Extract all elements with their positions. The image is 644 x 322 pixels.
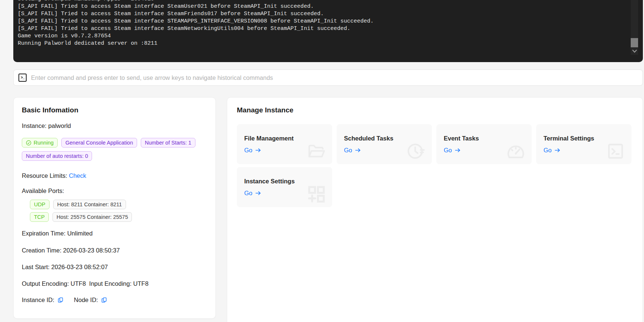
terminal-line: [S_API FAIL] Tried to access Steam inter…	[18, 25, 374, 33]
go-label: Go	[244, 147, 252, 154]
tile-file-management: File Management Go	[237, 124, 332, 164]
go-label: Go	[444, 147, 452, 154]
expiration-time-row: Expiration Time: Unlimited	[22, 229, 207, 237]
manage-instance-title: Manage Instance	[237, 106, 633, 114]
instance-settings-go-link[interactable]: Go	[244, 190, 261, 197]
terminal-line: Setting breakpad minidump AppID = 239401…	[18, 0, 374, 3]
resource-limits-row: Resource Limits: Check	[22, 172, 207, 180]
input-encoding-label: Input Encoding: UTF8	[89, 279, 149, 288]
command-input[interactable]	[30, 74, 638, 82]
terminal-line: Game version is v0.7.2.87654	[18, 33, 374, 40]
instance-id-label: Instance ID:	[22, 296, 54, 304]
basic-info-title: Basic Infomation	[22, 106, 207, 114]
auto-restarts-tag: Number of auto restarts: 0	[22, 151, 92, 161]
status-tag-label: Running	[34, 138, 54, 147]
node-id-copy-button[interactable]	[101, 297, 107, 303]
protocol-tag-tcp: TCP	[30, 212, 49, 222]
ids-row: Instance ID: Node ID:	[22, 296, 207, 304]
terminal-prompt-icon: >_	[18, 74, 27, 82]
instance-id-copy-button[interactable]	[57, 297, 64, 303]
copy-icon	[101, 297, 107, 303]
tile-title: Instance Settings	[244, 177, 325, 185]
tile-scheduled-tasks: Scheduled Tasks Go	[337, 124, 432, 164]
check-circle-icon	[26, 140, 31, 146]
arrow-right-icon	[554, 148, 560, 153]
arrow-right-icon	[355, 148, 361, 153]
instance-type-tag: General Console Application	[61, 138, 137, 148]
status-tags-row: Running General Console Application Numb…	[22, 138, 207, 148]
encoding-row: Output Encoding: UTF8 Input Encoding: UT…	[22, 279, 207, 288]
tile-instance-settings: Instance Settings Go	[237, 167, 332, 207]
tile-terminal-settings: Terminal Settings Go	[536, 124, 631, 164]
terminal-icon	[606, 141, 626, 161]
tile-title: File Management	[244, 135, 325, 142]
available-ports-label: Available Ports:	[22, 187, 207, 195]
output-encoding-label: Output Encoding: UTF8	[22, 279, 86, 288]
copy-icon	[57, 297, 64, 303]
arrow-right-icon	[255, 190, 261, 196]
tile-event-tasks: Event Tasks Go	[436, 124, 532, 164]
terminal-scrollbar[interactable]	[631, 0, 638, 55]
terminal-console: Setting breakpad minidump AppID = 239401…	[13, 0, 643, 62]
arrow-right-icon	[255, 148, 261, 153]
node-id-label: Node ID:	[74, 296, 98, 304]
go-label: Go	[344, 147, 352, 154]
tile-title: Scheduled Tasks	[344, 135, 425, 142]
creation-time-row: Creation Time: 2026-03-23 08:50:37	[22, 246, 207, 254]
starts-count-tag: Number of Starts: 1	[141, 138, 195, 148]
file-management-go-link[interactable]: Go	[244, 147, 261, 154]
port-row-tcp: TCP Host: 25575 Container: 25575	[30, 212, 207, 222]
command-bar: >_	[13, 70, 643, 86]
terminal-line: [S_API FAIL] Tried to access Steam inter…	[18, 18, 374, 25]
tile-title: Event Tasks	[444, 135, 524, 142]
scroll-down-button[interactable]	[631, 48, 638, 55]
basic-info-card: Basic Infomation Instance: palworld Runn…	[13, 97, 216, 319]
last-start-row: Last Start: 2026-03-23 08:52:07	[22, 263, 207, 271]
instance-name-row: Instance: palworld	[22, 122, 207, 130]
terminal-line: [S_API FAIL] Tried to access Steam inter…	[18, 10, 374, 18]
event-tasks-go-link[interactable]: Go	[444, 147, 461, 154]
scrollbar-thumb[interactable]	[631, 38, 638, 47]
protocol-tag-udp: UDP	[30, 200, 50, 209]
folder-open-icon	[306, 141, 326, 161]
grid-add-icon	[306, 184, 326, 204]
port-mapping-tag: Host: 8211 Container: 8211	[53, 200, 126, 209]
manage-tiles-grid: File Management Go Scheduled Tasks Go	[237, 124, 633, 207]
resource-limits-label: Resource Limits:	[22, 172, 67, 179]
tile-title: Terminal Settings	[544, 135, 624, 142]
resource-limits-check-link[interactable]: Check	[69, 172, 86, 179]
clock-icon	[406, 141, 426, 161]
terminal-line: [S_API FAIL] Tried to access Steam inter…	[18, 3, 374, 10]
arrow-right-icon	[454, 148, 461, 153]
auto-restarts-row: Number of auto restarts: 0	[22, 151, 207, 161]
dashboard-icon	[506, 141, 526, 161]
terminal-output: Setting breakpad minidump AppID = 239401…	[18, 0, 374, 47]
manage-instance-card: Manage Instance File Management Go Sched…	[227, 97, 643, 322]
go-label: Go	[244, 190, 252, 197]
scheduled-tasks-go-link[interactable]: Go	[344, 147, 361, 154]
go-label: Go	[544, 147, 552, 154]
chevron-down-icon	[632, 48, 637, 55]
terminal-line: Running Palworld dedicated server on :82…	[18, 40, 374, 47]
port-row-udp: UDP Host: 8211 Container: 8211	[30, 200, 207, 209]
port-mapping-tag: Host: 25575 Container: 25575	[52, 212, 132, 222]
terminal-settings-go-link[interactable]: Go	[544, 147, 560, 154]
status-tag-running: Running	[22, 138, 58, 148]
